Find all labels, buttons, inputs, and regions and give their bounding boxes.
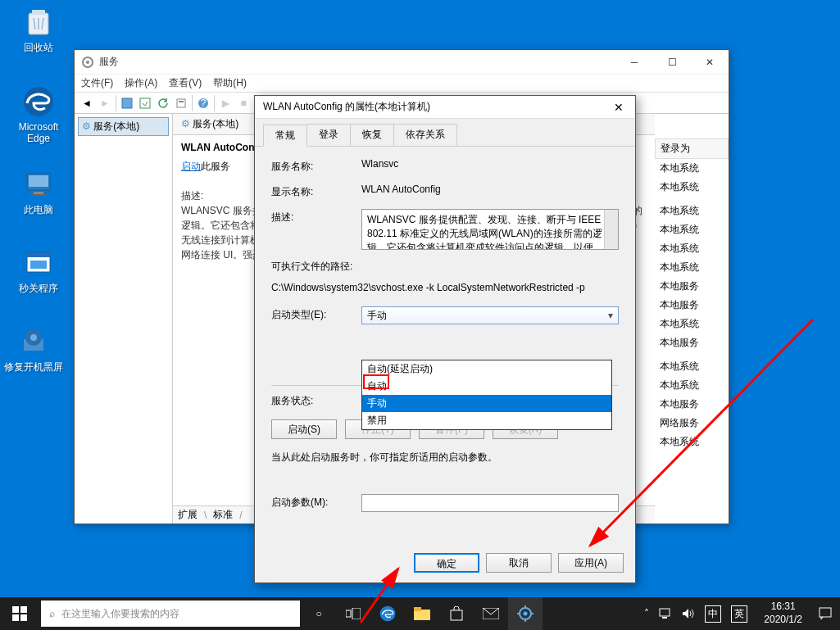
titlebar: 服务 ─ ☐ ✕ xyxy=(75,50,729,75)
taskbar-clock[interactable]: 16:31 2020/1/2 xyxy=(757,601,809,626)
logon-cell: 网络服务 xyxy=(655,414,729,433)
left-panel: ⚙ 服务(本地) xyxy=(75,114,173,523)
tab-standard[interactable]: 标准 xyxy=(213,508,233,522)
taskbar-search[interactable]: ⌕ 在这里输入你要搜索的内容 xyxy=(41,601,300,627)
properties-dialog: WLAN AutoConfig 的属性(本地计算机) ✕ 常规 登录 恢复 依存… xyxy=(254,95,636,583)
option-disabled[interactable]: 禁用 xyxy=(362,412,611,429)
store-icon[interactable] xyxy=(439,597,474,630)
tab-logon[interactable]: 登录 xyxy=(306,124,351,146)
logon-cell: 本地系统 xyxy=(655,433,729,451)
menu-file[interactable]: 文件(F) xyxy=(81,76,113,90)
ime-lang[interactable]: 中 xyxy=(705,605,721,623)
label-startparam: 启动参数(M): xyxy=(271,494,361,510)
svg-point-35 xyxy=(524,612,528,616)
svg-rect-18 xyxy=(179,101,184,102)
maximize-button[interactable]: ☐ xyxy=(653,50,691,75)
option-auto-delayed[interactable]: 自动(延迟启动) xyxy=(362,360,611,378)
tab-deps[interactable]: 依存关系 xyxy=(393,124,457,146)
mail-icon[interactable] xyxy=(474,597,508,630)
label-exepath: 可执行文件的路径: xyxy=(271,260,619,274)
desktop-icon-label: Microsoft Edge xyxy=(8,121,69,144)
desktop-icon-fixboot[interactable]: 修复开机黑屏 xyxy=(3,324,64,374)
forward-button[interactable]: ► xyxy=(96,94,114,112)
settings-icon[interactable] xyxy=(508,597,543,630)
svg-rect-27 xyxy=(346,610,351,617)
close-button[interactable]: ✕ xyxy=(602,96,635,119)
logon-cell: 本地系统 xyxy=(655,159,729,178)
option-auto[interactable]: 自动 xyxy=(362,378,611,395)
logon-cell: 本地服务 xyxy=(655,395,729,414)
desktop-icon-recycle[interactable]: 回收站 xyxy=(8,5,69,55)
svg-rect-31 xyxy=(414,607,421,611)
label-status: 服务状态: xyxy=(271,392,361,408)
start-param-input[interactable] xyxy=(361,494,619,512)
start-button[interactable] xyxy=(0,597,39,630)
export-icon[interactable] xyxy=(136,94,154,112)
ime-mode[interactable]: 英 xyxy=(731,605,747,623)
label-displayname: 显示名称: xyxy=(271,184,361,199)
props-icon[interactable] xyxy=(172,94,190,112)
label-description: 描述: xyxy=(271,209,361,224)
desktop-icon-label: 修复开机黑屏 xyxy=(3,360,64,374)
annotation-highlight xyxy=(363,374,389,389)
explorer-icon[interactable] xyxy=(405,597,439,630)
gear-box-icon xyxy=(17,324,50,357)
svg-rect-24 xyxy=(20,606,27,613)
tray-volume-icon[interactable] xyxy=(682,608,695,619)
startup-type-select[interactable]: 手动 xyxy=(361,306,619,324)
taskbar: ⌕ 在这里输入你要搜索的内容 ○ ˄ 中 英 16:31 2020/1/2 xyxy=(0,597,840,630)
cortana-icon[interactable]: ○ xyxy=(302,597,336,630)
pc-icon xyxy=(22,167,55,200)
value-exepath: C:\Windows\system32\svchost.exe -k Local… xyxy=(271,280,619,295)
logon-cell: 本地服务 xyxy=(655,296,729,315)
start-service-link[interactable]: 启动 xyxy=(181,161,201,172)
services-local-node[interactable]: ⚙ 服务(本地) xyxy=(78,117,169,136)
menu-action[interactable]: 操作(A) xyxy=(125,76,157,90)
logon-cell: 本地系统 xyxy=(655,357,729,376)
svg-rect-4 xyxy=(29,175,48,187)
back-button[interactable]: ◄ xyxy=(78,94,96,112)
close-button[interactable]: ✕ xyxy=(691,50,729,75)
description-box[interactable]: WLANSVC 服务提供配置、发现、连接、断开与 IEEE 802.11 标准定… xyxy=(361,209,619,250)
tray-chevron-icon[interactable]: ˄ xyxy=(644,608,649,619)
apply-button[interactable]: 应用(A) xyxy=(558,553,624,573)
tab-recovery[interactable]: 恢复 xyxy=(350,124,394,146)
ok-button[interactable]: 确定 xyxy=(414,553,479,573)
tab-extended[interactable]: 扩展 xyxy=(178,508,198,522)
svg-rect-42 xyxy=(820,608,831,617)
label-servicename: 服务名称: xyxy=(271,158,361,174)
option-manual[interactable]: 手动 xyxy=(362,395,611,412)
desktop-icon-label: 回收站 xyxy=(8,41,69,55)
menu-help[interactable]: 帮助(H) xyxy=(213,76,247,90)
desc-label: 描述: xyxy=(181,190,203,202)
svg-rect-16 xyxy=(140,98,150,108)
stop-icon[interactable]: ■ xyxy=(234,94,252,112)
svg-rect-32 xyxy=(451,610,462,620)
desktop-icon-edge[interactable]: Microsoft Edge xyxy=(8,85,69,144)
svg-rect-9 xyxy=(30,261,47,269)
minimize-button[interactable]: ─ xyxy=(615,50,653,75)
play-icon[interactable]: ▶ xyxy=(216,94,234,112)
svg-rect-25 xyxy=(12,614,19,621)
column-header-logon[interactable]: 登录为 xyxy=(655,138,729,159)
svg-rect-5 xyxy=(34,192,43,194)
desktop-icon-thispc[interactable]: 此电脑 xyxy=(8,167,69,217)
desktop-icon-secclose[interactable]: 秒关程序 xyxy=(8,246,69,296)
edge-taskbar-icon[interactable] xyxy=(370,597,405,630)
tray-network-icon[interactable] xyxy=(659,608,672,619)
logon-cell: 本地服务 xyxy=(655,277,729,296)
cancel-button[interactable]: 取消 xyxy=(486,553,552,573)
taskview-icon[interactable] xyxy=(336,597,370,630)
notification-icon[interactable] xyxy=(819,607,832,620)
menu-view[interactable]: 查看(V) xyxy=(169,76,202,90)
tab-general[interactable]: 常规 xyxy=(263,125,307,147)
refresh-icon[interactable] xyxy=(154,94,172,112)
svg-point-12 xyxy=(30,334,37,341)
start-button[interactable]: 启动(S) xyxy=(271,419,337,439)
svg-rect-26 xyxy=(20,614,27,621)
view-icon[interactable] xyxy=(118,94,136,112)
logon-cell: 本地系统 xyxy=(655,220,729,239)
startup-type-dropdown: 自动(延迟启动) 自动 手动 禁用 xyxy=(361,360,612,430)
help-icon[interactable]: ? xyxy=(194,94,212,112)
logon-cell: 本地系统 xyxy=(655,239,729,258)
